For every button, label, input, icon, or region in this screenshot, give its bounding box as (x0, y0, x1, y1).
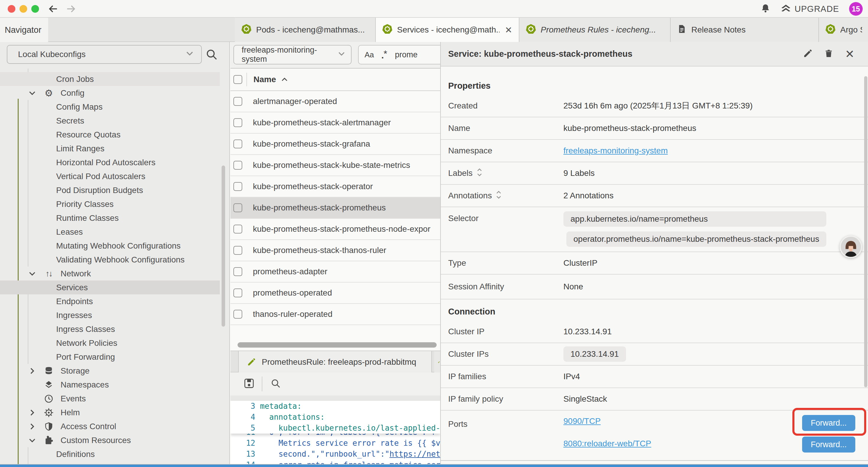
horizontal-scrollbar[interactable] (238, 342, 437, 348)
sort-updown-icon[interactable] (496, 191, 501, 201)
editor-tab[interactable]: PrometheusRule: freeleaps-prod-rabbitmq (238, 351, 432, 373)
sidebar-item-network-policies[interactable]: Network Policies (0, 336, 220, 350)
chevron-down-icon[interactable] (28, 89, 41, 97)
port-link[interactable]: 9090/TCP (563, 416, 651, 427)
search-icon[interactable] (205, 48, 218, 62)
table-row[interactable]: kube-prometheus-stack-prometheus-node-ex… (230, 219, 440, 240)
sidebar-item-cron-jobs[interactable]: Cron Jobs (0, 72, 220, 86)
avatar[interactable] (840, 236, 862, 258)
notification-count-badge[interactable]: 15 (849, 2, 863, 16)
table-row[interactable]: kube-prometheus-stack-grafana (230, 134, 440, 155)
row-checkbox[interactable] (234, 118, 242, 127)
sidebar-item-namespaces[interactable]: Namespaces (0, 378, 220, 391)
delete-icon[interactable] (824, 49, 833, 59)
row-checkbox[interactable] (234, 267, 242, 276)
tab-1[interactable]: Pods - icecheng@mathmas... (235, 18, 376, 42)
chevron-down-icon[interactable] (28, 269, 41, 278)
row-checkbox[interactable] (234, 97, 242, 106)
upgrade-button[interactable]: UPGRADE (780, 4, 839, 14)
sidebar-item-horizontal-pod-autoscalers[interactable]: Horizontal Pod Autoscalers (0, 155, 220, 169)
back-icon[interactable] (48, 4, 59, 14)
sidebar-item-runtime-classes[interactable]: Runtime Classes (0, 211, 220, 225)
regex-icon[interactable]: ▪* (382, 49, 387, 61)
sidebar-item-ingress-classes[interactable]: Ingress Classes (0, 322, 220, 336)
namespace-select[interactable]: freeleaps-monitoring-system (234, 45, 351, 64)
row-checkbox[interactable] (234, 182, 242, 191)
save-icon[interactable] (243, 378, 255, 390)
tab-5[interactable]: Argo Se (819, 18, 868, 42)
sidebar-item-access-control[interactable]: Access Control (0, 419, 220, 433)
editor-search-icon[interactable] (270, 378, 281, 390)
row-checkbox[interactable] (234, 310, 242, 319)
port-link[interactable]: 8080:reloader-web/TCP (563, 438, 651, 449)
sidebar-item-custom-resources[interactable]: Custom Resources (0, 433, 220, 447)
navigator-sidebar: Local Kubeconfigs Cron Jobs⚙ConfigConfig… (0, 42, 230, 465)
sidebar-item-definitions[interactable]: Definitions (0, 447, 220, 461)
namespace-link[interactable]: freeleaps-monitoring-system (563, 146, 668, 155)
details-scrollbar[interactable] (864, 76, 867, 387)
table-row[interactable]: kube-prometheus-stack-thanos-ruler (230, 240, 440, 261)
chevron-right-icon[interactable] (28, 408, 41, 417)
table-row[interactable]: kube-prometheus-stack-operator (230, 176, 440, 198)
sidebar-item-secrets[interactable]: Secrets (0, 114, 220, 128)
sidebar-item-resource-quotas[interactable]: Resource Quotas (0, 128, 220, 142)
sidebar-item-services[interactable]: Services (0, 281, 220, 294)
sidebar-item-storage[interactable]: Storage (0, 364, 220, 378)
kubeconfig-select[interactable]: Local Kubeconfigs (7, 45, 202, 64)
sidebar-item-events[interactable]: Events (0, 391, 220, 406)
table-row[interactable]: kube-prometheus-stack-kube-state-metrics (230, 155, 440, 176)
sidebar-item-validating-webhook-configurations[interactable]: Validating Webhook Configurations (0, 253, 220, 267)
chevron-right-icon[interactable] (28, 367, 41, 375)
sidebar-item-vertical-pod-autoscalers[interactable]: Vertical Pod Autoscalers (0, 169, 220, 183)
table-row[interactable]: alertmanager-operated (230, 91, 440, 112)
sidebar-item-mutating-webhook-configurations[interactable]: Mutating Webhook Configurations (0, 239, 220, 253)
row-checkbox[interactable] (234, 289, 242, 297)
tab-3[interactable]: Prometheus Rules - icecheng... (519, 18, 671, 42)
row-checkbox[interactable] (234, 225, 242, 233)
chevron-right-icon[interactable] (28, 422, 41, 431)
row-checkbox[interactable] (234, 161, 242, 170)
sort-updown-icon[interactable] (477, 168, 482, 178)
chevron-down-icon[interactable] (28, 436, 41, 444)
zoom-window-button[interactable] (31, 5, 39, 13)
sidebar-item-limit-ranges[interactable]: Limit Ranges (0, 142, 220, 155)
sidebar-item-config[interactable]: ⚙Config (0, 86, 220, 100)
tab-4[interactable]: Release Notes (671, 18, 819, 42)
service-name: kube-prometheus-stack-kube-state-metrics (253, 160, 410, 170)
sidebar-item-config-maps[interactable]: Config Maps (0, 100, 220, 114)
minimize-window-button[interactable] (20, 5, 27, 13)
table-row[interactable]: thanos-ruler-operated (230, 304, 440, 325)
close-window-button[interactable] (8, 5, 16, 13)
bell-icon[interactable] (761, 3, 771, 14)
forward-button-2[interactable]: Forward... (802, 437, 855, 453)
match-case-icon[interactable]: Aa (365, 50, 374, 59)
chevron-right-icon (28, 367, 36, 375)
sidebar-item-leases[interactable]: Leases (0, 225, 220, 239)
sidebar-item-ingresses[interactable]: Ingresses (0, 308, 220, 322)
sidebar-item-endpoints[interactable]: Endpoints (0, 294, 220, 308)
table-row[interactable]: prometheus-adapter (230, 261, 440, 283)
column-header-name[interactable]: Name (253, 75, 288, 84)
row-checkbox[interactable] (234, 246, 242, 255)
yaml-editor[interactable]: 3metadata:4 annotations:5 kubectl.kubern… (230, 401, 440, 465)
sidebar-item-priority-classes[interactable]: Priority Classes (0, 197, 220, 211)
close-tab-icon[interactable]: ✕ (504, 25, 513, 35)
table-row[interactable]: prometheus-operated (230, 283, 440, 304)
editor-tab-partial[interactable] (434, 351, 440, 373)
sidebar-item-pod-disruption-budgets[interactable]: Pod Disruption Budgets (0, 183, 220, 197)
sidebar-item-network[interactable]: ↑↓Network (0, 267, 220, 281)
table-row[interactable]: kube-prometheus-stack-alertmanager (230, 112, 440, 134)
row-checkbox[interactable] (234, 203, 242, 212)
row-checkbox[interactable] (234, 140, 242, 148)
close-icon[interactable]: ✕ (845, 48, 855, 61)
edit-icon[interactable] (803, 49, 812, 59)
sidebar-item-helm[interactable]: Helm (0, 406, 220, 419)
sidebar-item-port-forwarding[interactable]: Port Forwarding (0, 350, 220, 364)
tab-2[interactable]: Services - icecheng@math...✕ (376, 18, 519, 42)
forward-icon[interactable] (66, 4, 76, 14)
tab-navigator[interactable]: Navigator (0, 18, 48, 42)
select-all-checkbox[interactable] (234, 75, 242, 84)
sidebar-scrollbar[interactable] (222, 166, 225, 327)
table-row[interactable]: kube-prometheus-stack-prometheus (230, 198, 440, 219)
filter-input[interactable]: Aa ▪* prome (358, 45, 440, 64)
